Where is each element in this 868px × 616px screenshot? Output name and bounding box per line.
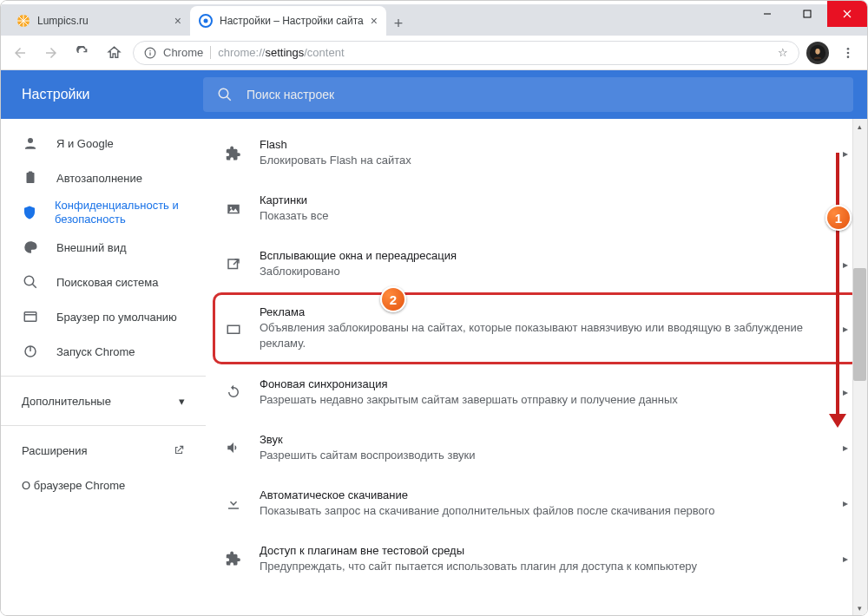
url-host: settings [265, 46, 304, 59]
tab-settings[interactable]: Настройки – Настройки сайта × [190, 6, 386, 36]
menu-button[interactable] [836, 41, 860, 65]
setting-row-images[interactable]: КартинкиПоказать все ▸ [206, 181, 867, 237]
back-button[interactable] [8, 41, 32, 65]
tab-lumpics[interactable]: Lumpics.ru × [8, 6, 190, 36]
sidebar-item-label: Автозаполнение [56, 172, 142, 185]
new-tab-button[interactable]: + [386, 11, 411, 36]
setting-row-auto-downloads[interactable]: Автоматическое скачиваниеПоказывать запр… [206, 475, 867, 531]
tab-close-icon[interactable]: × [174, 14, 181, 28]
svg-point-20 [24, 276, 34, 285]
settings-appbar: Настройки Поиск настроек [1, 70, 867, 119]
annotation-badge-1: 1 [825, 205, 852, 231]
row-title: Картинки [260, 193, 825, 206]
sidebar-about-link[interactable]: О браузере Chrome [1, 468, 206, 502]
browser-toolbar: Chrome chrome://settings/content ☆ [1, 36, 867, 70]
forward-button[interactable] [39, 41, 63, 65]
chevron-right-icon: ▸ [843, 497, 848, 509]
sidebar-item-label: Внешний вид [56, 241, 127, 254]
clipboard-icon [22, 169, 39, 187]
svg-rect-1 [804, 10, 811, 17]
svg-line-16 [227, 96, 231, 101]
extension-icon [225, 145, 242, 162]
row-subtitle: Показать все [260, 208, 825, 224]
svg-point-17 [28, 138, 33, 143]
svg-point-14 [847, 56, 850, 58]
row-subtitle: Предупреждать, что сайт пытается использ… [260, 559, 825, 574]
svg-point-11 [815, 49, 819, 55]
palette-icon [22, 239, 39, 256]
setting-row-unsandboxed-plugins[interactable]: Доступ к плагинам вне тестовой средыПред… [206, 531, 867, 587]
sync-icon [225, 383, 242, 401]
search-placeholder: Поиск настроек [247, 88, 334, 102]
sidebar-item-autofill[interactable]: Автозаполнение [1, 161, 206, 195]
svg-line-21 [32, 284, 36, 288]
svg-rect-9 [149, 52, 150, 56]
row-subtitle: Разрешать недавно закрытым сайтам заверш… [260, 392, 825, 408]
reload-button[interactable] [70, 41, 95, 65]
svg-rect-28 [228, 259, 238, 269]
scroll-down-arrow[interactable]: ▾ [852, 600, 867, 615]
sidebar-extensions-link[interactable]: Расширения [1, 433, 206, 468]
chevron-right-icon: ▸ [843, 553, 848, 565]
favicon-settings [199, 14, 213, 28]
settings-content: FlashБлокировать Flash на сайтах ▸ Карти… [206, 119, 867, 615]
home-button[interactable] [102, 41, 126, 65]
browser-icon [22, 308, 39, 325]
address-bar[interactable]: Chrome chrome://settings/content ☆ [133, 41, 799, 65]
scroll-up-arrow[interactable]: ▴ [852, 119, 867, 134]
row-subtitle: Заблокировано [260, 264, 825, 279]
chevron-right-icon: ▸ [843, 442, 848, 454]
setting-row-flash[interactable]: FlashБлокировать Flash на сайтах ▸ [206, 126, 867, 181]
row-subtitle: Показывать запрос на скачивание дополнит… [260, 503, 825, 519]
row-subtitle: Разрешить сайтам воспроизводить звуки [260, 448, 825, 463]
minimize-button[interactable] [747, 1, 787, 27]
sidebar-about-label: О браузере Chrome [22, 479, 125, 492]
tab-label: Настройки – Настройки сайта [220, 15, 364, 27]
svg-point-12 [847, 48, 850, 50]
download-icon [225, 495, 242, 512]
tab-close-icon[interactable]: × [371, 14, 378, 28]
chevron-right-icon: ▸ [843, 259, 848, 271]
vertical-scrollbar[interactable]: ▴ ▾ [852, 119, 867, 615]
svg-rect-29 [227, 325, 240, 333]
site-info-icon[interactable] [144, 47, 156, 59]
setting-row-popups[interactable]: Всплывающие окна и переадресацияЗаблокир… [206, 237, 867, 292]
setting-row-background-sync[interactable]: Фоновая синхронизацияРазрешать недавно з… [206, 364, 867, 420]
sidebar-advanced-toggle[interactable]: Дополнительные▾ [1, 383, 206, 418]
setting-row-sound[interactable]: ЗвукРазрешить сайтам воспроизводить звук… [206, 420, 867, 475]
settings-search[interactable]: Поиск настроек [203, 77, 853, 112]
svg-point-27 [230, 206, 232, 208]
search-icon [22, 273, 39, 291]
svg-rect-22 [24, 312, 36, 322]
profile-avatar[interactable] [806, 42, 829, 64]
bookmark-star-icon[interactable]: ☆ [778, 46, 788, 59]
chevron-down-icon: ▾ [179, 395, 185, 408]
maximize-button[interactable] [787, 1, 827, 27]
sound-icon [225, 439, 242, 456]
sidebar-item-on-startup[interactable]: Запуск Chrome [1, 334, 206, 369]
address-chip: Chrome [163, 46, 203, 59]
svg-point-13 [847, 51, 850, 54]
svg-rect-18 [27, 173, 35, 183]
sidebar-item-you-and-google[interactable]: Я и Google [1, 126, 206, 161]
close-button[interactable] [827, 1, 867, 27]
row-title: Фоновая синхронизация [260, 377, 825, 390]
chevron-right-icon: ▸ [843, 147, 848, 160]
scrollbar-thumb[interactable] [853, 268, 866, 381]
popup-icon [225, 256, 242, 273]
sidebar-item-label: Поисковая система [56, 276, 159, 289]
sidebar-item-search-engine[interactable]: Поисковая система [1, 265, 206, 299]
sidebar-item-privacy[interactable]: Конфиденциальность и безопасность [1, 195, 206, 230]
row-subtitle: Объявления заблокированы на сайтах, кото… [260, 320, 825, 351]
sidebar-item-default-browser[interactable]: Браузер по умолчанию [1, 299, 206, 334]
sidebar-item-appearance[interactable]: Внешний вид [1, 230, 206, 265]
sidebar-advanced-label: Дополнительные [22, 395, 111, 408]
annotation-badge-2: 2 [380, 286, 406, 312]
sidebar-item-label: Конфиденциальность и безопасность [55, 199, 206, 226]
row-title: Всплывающие окна и переадресация [260, 249, 825, 262]
row-title: Flash [260, 138, 825, 151]
url-path: /content [304, 46, 344, 59]
tab-label: Lumpics.ru [37, 15, 168, 27]
search-icon [217, 87, 233, 102]
setting-row-ads[interactable]: РекламаОбъявления заблокированы на сайта… [213, 292, 860, 364]
